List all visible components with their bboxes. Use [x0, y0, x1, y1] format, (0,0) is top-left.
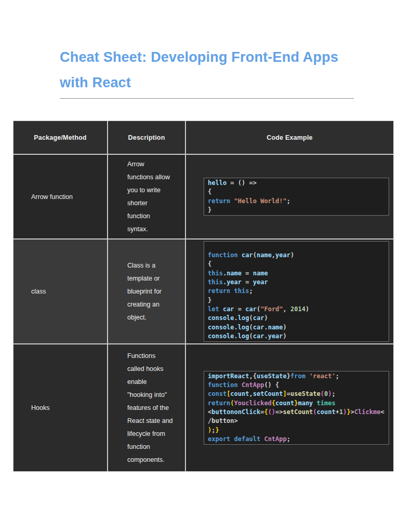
package-cell-arrow-function: Arrow function [14, 155, 107, 238]
code-line: } [208, 296, 385, 305]
document-page: Cheat Sheet: Developing Front-End Apps w… [0, 0, 399, 532]
column-header-code-example: Code Example [186, 121, 393, 154]
code-line: importReact,{useState}from 'react'; [208, 372, 385, 381]
code-line: } [208, 206, 385, 215]
code-line: this.name = name [208, 269, 385, 278]
description-cell-hooks: Functions called hooks enable "hooking i… [108, 344, 185, 471]
code-block-class: function car(name,year){this.name = name… [204, 241, 389, 342]
code-line: function car(name,year) [208, 251, 385, 260]
code-line: return "Hello World!"; [208, 197, 385, 206]
code-cell-hooks: importReact,{useState}from 'react';funct… [186, 344, 393, 471]
code-line: const[count,setCount]=useState(0); [208, 390, 385, 398]
column-header-package: Package/Method [14, 121, 107, 154]
code-block-hooks: importReact,{useState}from 'react';funct… [204, 371, 389, 445]
code-cell-class: function car(name,year){this.name = name… [186, 240, 393, 343]
code-line: let car = car("Ford", 2014) [208, 305, 385, 314]
package-cell-class: class [14, 240, 107, 343]
code-line: <buttononClick={()=>setCount(count+1)}>C… [208, 408, 385, 417]
code-line: );} [208, 426, 385, 435]
code-line: return(Youclicked{count}many times [208, 399, 385, 408]
code-line: { [208, 260, 385, 269]
code-cell-arrow-function: hello = () =>{return "Hello World!";} [186, 155, 393, 238]
code-line: export default CntApp; [208, 435, 385, 444]
code-line: function CntApp() { [208, 381, 385, 390]
code-line: this.year = year [208, 278, 385, 287]
page-title: Cheat Sheet: Developing Front-End Apps w… [60, 45, 371, 96]
description-cell-arrow-function: Arrow functions allow you to write short… [108, 155, 185, 238]
code-line [208, 242, 385, 251]
code-line: console.log(car.year) [208, 332, 385, 341]
code-line: { [208, 188, 385, 196]
code-line: console.log(car.name) [208, 323, 385, 332]
code-line: console.log(car) [208, 314, 385, 323]
code-line: hello = () => [208, 179, 385, 188]
code-block-arrow-function: hello = () =>{return "Hello World!";} [204, 178, 389, 216]
package-cell-hooks: Hooks [14, 344, 107, 471]
description-cell-class: Class is a template or blueprint for cre… [108, 240, 185, 343]
code-line: return this; [208, 287, 385, 296]
column-header-description: Description [108, 121, 185, 154]
cheat-sheet-table: Package/Method Description Code Example … [13, 121, 394, 472]
code-line: /button> [208, 417, 385, 425]
title-divider [60, 98, 354, 99]
